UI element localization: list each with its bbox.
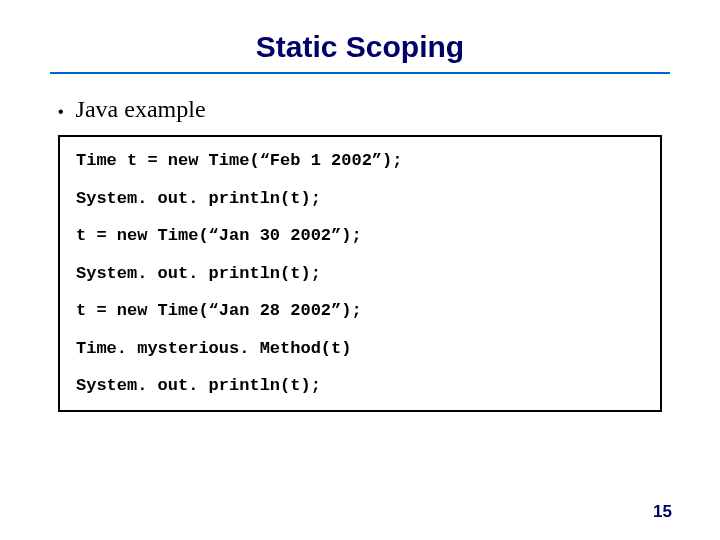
code-line: Time t = new Time(“Feb 1 2002”); [76,151,644,171]
code-line: t = new Time(“Jan 28 2002”); [76,301,644,321]
code-line: Time. mysterious. Method(t) [76,339,644,359]
bullet-dot-icon: • [58,104,64,120]
page-number: 15 [653,502,672,522]
title-divider [50,72,670,74]
code-line: System. out. println(t); [76,264,644,284]
slide-title: Static Scoping [50,30,670,64]
code-line: System. out. println(t); [76,376,644,396]
code-line: t = new Time(“Jan 30 2002”); [76,226,644,246]
bullet-text: Java example [76,96,206,123]
code-box: Time t = new Time(“Feb 1 2002”); System.… [58,135,662,412]
code-line: System. out. println(t); [76,189,644,209]
bullet-item: • Java example [50,96,670,123]
